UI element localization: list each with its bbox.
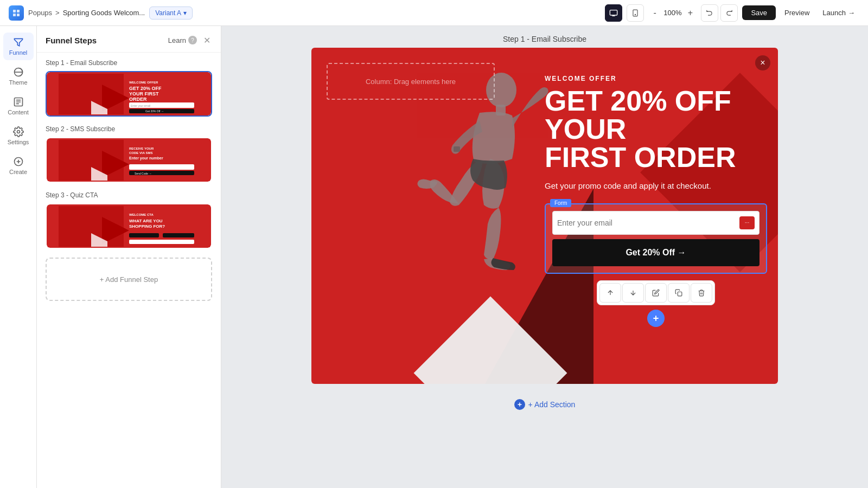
chevron-down-icon: ▾ [183, 9, 187, 17]
launch-button[interactable]: Launch → [818, 5, 859, 20]
step-1-thumbnail[interactable]: WELCOME OFFER GET 20% OFF YOUR FIRST ORD… [46, 71, 212, 117]
funnel-panel: Funnel Steps Learn ? ✕ Step 1 - Email Su… [37, 26, 221, 488]
step-section-2: Step 2 - SMS Subscribe RECEIVE YOUR CODE… [46, 125, 212, 183]
svg-rect-38 [129, 240, 194, 244]
step-3-thumb-img: WELCOME CTA WHAT ARE YOU SHOPPING FOR? [47, 204, 211, 248]
svg-text:Send Code →: Send Code → [135, 172, 151, 175]
column-dropzone[interactable]: Column: Drag elements here [327, 63, 495, 100]
breadcrumb-root[interactable]: Popups [28, 9, 52, 17]
sidebar-item-funnel[interactable]: Funnel [3, 33, 34, 60]
step-3-label: Step 3 - Quiz CTA [46, 191, 212, 199]
undo-redo-group [701, 4, 738, 22]
svg-text:RECEIVE YOUR: RECEIVE YOUR [129, 147, 154, 150]
toolbar-group [597, 280, 715, 305]
sidebar-item-theme-label: Theme [9, 79, 27, 86]
mobile-view-btn[interactable] [627, 4, 644, 22]
element-toolbar [545, 280, 767, 305]
form-container: Form ··· Get 20% Off → [545, 203, 767, 274]
close-panel-button[interactable]: ✕ [201, 35, 212, 46]
move-up-button[interactable] [599, 283, 621, 303]
popup-right-content: WELCOME OFFER GET 20% OFF YOUR FIRST ORD… [545, 75, 767, 327]
popup-close-button[interactable]: × [755, 55, 770, 70]
svg-text:WELCOME OFFER: WELCOME OFFER [129, 81, 158, 84]
svg-text:Enter your email: Enter your email [131, 104, 150, 107]
email-input-row: ··· [552, 211, 760, 235]
funnel-steps-list: Step 1 - Email Subscribe WELCOME OF [37, 53, 221, 307]
sidebar-item-settings[interactable]: Settings [3, 122, 34, 150]
column-placeholder-text: Column: Drag elements here [366, 78, 456, 86]
undo-btn[interactable] [701, 4, 718, 22]
step-2-thumbnail[interactable]: RECEIVE YOUR CODE VIA SMS Enter your num… [46, 137, 212, 183]
step-3-thumbnail[interactable]: WELCOME CTA WHAT ARE YOU SHOPPING FOR? [46, 203, 212, 249]
svg-text:CODE VIA SMS: CODE VIA SMS [129, 151, 152, 155]
canvas-area: Step 1 - Email Subscribe [221, 26, 868, 488]
zoom-level: 100% [663, 9, 681, 17]
step-2-preview-svg: RECEIVE YOUR CODE VIA SMS Enter your num… [59, 140, 200, 181]
edit-button[interactable] [645, 283, 667, 303]
svg-rect-26 [129, 164, 194, 170]
welcome-offer-label: WELCOME OFFER [545, 75, 767, 82]
add-section-circle [514, 399, 525, 410]
add-element-button[interactable] [647, 310, 665, 327]
svg-rect-0 [610, 10, 617, 15]
add-section-bar[interactable]: + Add Section [508, 393, 582, 416]
desktop-view-btn[interactable] [605, 4, 622, 22]
preview-button[interactable]: Preview [780, 5, 814, 20]
step-title-bar: Step 1 - Email Subscribe [503, 26, 586, 48]
offer-headline: GET 20% OFF YOUR FIRST ORDER [545, 87, 767, 171]
svg-text:Enter your number: Enter your number [129, 156, 163, 160]
svg-text:Get 20% Off →: Get 20% Off → [145, 110, 164, 113]
email-options-button[interactable]: ··· [739, 216, 755, 229]
svg-rect-41 [454, 146, 460, 152]
step-1-thumb-img: WELCOME OFFER GET 20% OFF YOUR FIRST ORD… [47, 72, 211, 115]
offer-headline-line1: GET 20% OFF YOUR [545, 85, 731, 145]
sidebar-item-content-label: Content [8, 109, 29, 115]
left-nav: Funnel Theme Content Settings [0, 26, 37, 488]
zoom-controls: - 100% + [648, 7, 697, 20]
redo-btn[interactable] [720, 4, 738, 22]
step-1-label: Step 1 - Email Subscribe [46, 59, 212, 67]
funnel-header-right: Learn ? ✕ [168, 35, 212, 46]
zoom-in-btn[interactable]: + [684, 7, 697, 20]
funnel-panel-header: Funnel Steps Learn ? ✕ [37, 26, 221, 53]
email-input[interactable] [557, 219, 739, 227]
topbar: Popups > Sporting Goods Welcom... Varian… [0, 0, 868, 26]
step-1-preview-svg: WELCOME OFFER GET 20% OFF YOUR FIRST ORD… [59, 74, 200, 114]
svg-rect-37 [163, 233, 194, 237]
learn-button[interactable]: Learn ? [168, 36, 197, 44]
breadcrumb-sep: > [55, 9, 60, 17]
runner-figure [333, 53, 566, 378]
save-button[interactable]: Save [742, 5, 776, 20]
svg-text:GET 20% OFF: GET 20% OFF [129, 86, 162, 91]
form-badge: Form [550, 199, 571, 207]
sidebar-item-funnel-label: Funnel [9, 49, 28, 56]
topbar-controls: - 100% + Save Preview Launch → [605, 4, 859, 22]
svg-point-2 [635, 14, 636, 15]
svg-text:WELCOME CTA: WELCOME CTA [129, 213, 154, 216]
svg-text:ORDER: ORDER [129, 97, 147, 102]
zoom-out-btn[interactable]: - [648, 7, 661, 20]
add-funnel-step-button[interactable]: + Add Funnel Step [46, 258, 212, 301]
move-down-button[interactable] [622, 283, 644, 303]
breadcrumb: Popups > Sporting Goods Welcom... [28, 9, 145, 17]
step-2-thumb-img: RECEIVE YOUR CODE VIA SMS Enter your num… [47, 138, 211, 182]
variant-selector[interactable]: Variant A ▾ [149, 7, 193, 20]
step-2-label: Step 2 - SMS Subscribe [46, 125, 212, 133]
sidebar-item-create-label: Create [9, 169, 27, 175]
step-section-3: Step 3 - Quiz CTA WELCOME CTA WHAT ARE Y… [46, 191, 212, 249]
popup-canvas: Column: Drag elements here × WELCOME OFF… [311, 48, 778, 384]
svg-rect-42 [678, 292, 682, 296]
add-section-label: + Add Section [528, 400, 576, 409]
sidebar-item-theme[interactable]: Theme [3, 62, 34, 90]
breadcrumb-page: Sporting Goods Welcom... [63, 9, 145, 17]
duplicate-button[interactable] [668, 283, 690, 303]
delete-button[interactable] [691, 283, 712, 303]
submit-button[interactable]: Get 20% Off → [552, 239, 760, 266]
svg-point-5 [17, 131, 20, 133]
sidebar-item-create[interactable]: Create [3, 152, 34, 179]
step-3-preview-svg: WELCOME CTA WHAT ARE YOU SHOPPING FOR? [59, 206, 200, 247]
funnel-panel-title: Funnel Steps [46, 36, 97, 45]
offer-subtext: Get your promo code and apply it at chec… [545, 180, 767, 192]
sidebar-item-content[interactable]: Content [3, 92, 34, 120]
step-section-1: Step 1 - Email Subscribe WELCOME OF [46, 59, 212, 117]
